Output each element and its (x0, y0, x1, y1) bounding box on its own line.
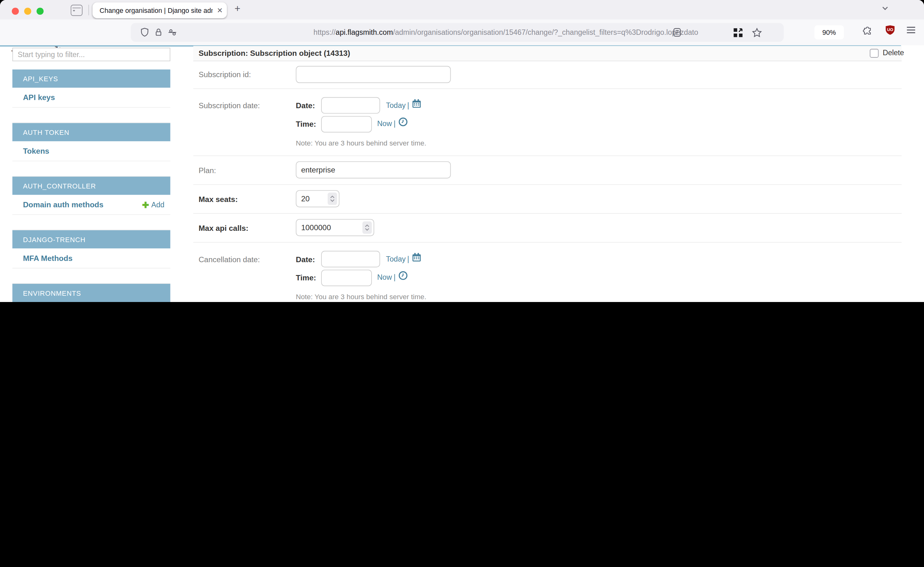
sidebar-section-auth-controller: AUTH_CONTROLLER Domain auth methods ✚Add (12, 177, 170, 230)
sidebar-item-mfa-methods[interactable]: MFA Methods (12, 248, 170, 268)
url-text: https://api.flagsmith.com/admin/organisa… (313, 28, 802, 36)
number-stepper[interactable] (328, 192, 337, 205)
tab-title: Change organisation | Django site adm (99, 7, 212, 14)
date-label: Date: (296, 255, 315, 264)
field-row-cancellation-date: Cancellation date: Date: Today | Time: N… (193, 242, 902, 302)
max-api-calls-label: Max api calls: (199, 224, 248, 232)
timezone-note: Note: You are 3 hours behind server time… (296, 292, 427, 301)
max-seats-input[interactable]: 20 (296, 190, 340, 207)
section-header: ENVIRONMENTS (12, 284, 170, 302)
timezone-note: Note: You are 3 hours behind server time… (296, 139, 427, 147)
section-header: AUTH_CONTROLLER (12, 177, 170, 195)
cancellation-date-date-input[interactable] (321, 251, 380, 267)
time-label: Time: (296, 273, 316, 282)
maximize-window-button[interactable] (36, 8, 44, 15)
field-row-subscription-date: Subscription date: Date: Today | Time: N… (193, 88, 902, 156)
sidebar-toggle-icon[interactable] (71, 5, 83, 16)
number-stepper[interactable] (363, 221, 372, 234)
max-seats-label: Max seats: (199, 195, 238, 204)
extension-grid-icon[interactable] (733, 28, 743, 40)
admin-sidebar: API_KEYS API keys AUTH TOKEN Tokens AUTH… (12, 48, 170, 302)
plus-icon: ✚ (142, 200, 149, 209)
calendar-icon[interactable] (412, 99, 421, 111)
browser-tab[interactable]: Change organisation | Django site adm ✕ (93, 3, 227, 18)
separator: | (407, 101, 409, 110)
today-link[interactable]: Today (386, 255, 406, 263)
today-link[interactable]: Today (386, 101, 406, 110)
field-row-plan: Plan: (193, 156, 902, 185)
calendar-icon[interactable] (412, 252, 421, 264)
date-label: Date: (296, 101, 315, 110)
list-tabs-chevron-icon[interactable] (881, 4, 889, 15)
cancellation-date-label: Cancellation date: (199, 255, 260, 264)
tab-close-icon[interactable]: ✕ (213, 6, 227, 14)
clock-icon[interactable] (398, 117, 408, 129)
section-spacer (12, 215, 170, 230)
section-header: AUTH TOKEN (12, 123, 170, 141)
sidebar-filter-input[interactable] (12, 48, 170, 61)
subscription-date-label: Subscription date: (199, 101, 260, 110)
separator: | (394, 273, 396, 281)
subscription-date-time-input[interactable] (321, 116, 372, 133)
delete-subscription-checkbox[interactable] (870, 49, 879, 58)
delete-label: Delete (883, 49, 904, 57)
lock-icon[interactable] (154, 28, 163, 39)
tracking-protection-shield-icon[interactable] (140, 28, 149, 39)
now-link[interactable]: Now (377, 273, 392, 281)
plan-label: Plan: (199, 166, 216, 175)
sidebar-section-django-trench: DJANGO-TRENCH MFA Methods (12, 230, 170, 284)
svg-text:UO: UO (887, 27, 893, 32)
url-bar[interactable]: https://api.flagsmith.com/admin/organisa… (131, 23, 784, 42)
new-tab-button[interactable]: + (235, 3, 241, 15)
field-row-subscription-id: Subscription id: (193, 60, 902, 89)
inline-header: Subscription: Subscription object (14313… (193, 46, 902, 61)
section-header: API_KEYS (12, 70, 170, 88)
divider (89, 5, 89, 15)
sidebar-item-api-keys[interactable]: API keys (12, 88, 170, 108)
change-form: Subscription: Subscription object (14313… (193, 46, 902, 302)
close-window-button[interactable] (12, 8, 19, 15)
now-link[interactable]: Now (377, 120, 392, 128)
subscription-object-title: Subscription: Subscription object (14313… (199, 49, 350, 58)
add-link[interactable]: ✚Add (142, 200, 164, 209)
section-spacer (12, 161, 170, 177)
extensions-puzzle-icon[interactable] (863, 25, 873, 37)
clock-icon[interactable] (398, 271, 408, 283)
sidebar-section-environments: ENVIRONMENTS Environments (12, 284, 170, 302)
browser-window: Change organisation | Django site adm ✕ … (0, 0, 924, 302)
sidebar-section-auth-token: AUTH TOKEN Tokens (12, 123, 170, 177)
subscription-id-label: Subscription id: (199, 70, 251, 79)
ublock-origin-icon[interactable]: UO (885, 25, 895, 37)
zoom-level-button[interactable]: 90% (814, 26, 844, 39)
minimize-window-button[interactable] (24, 8, 32, 15)
sidebar-item-domain-auth-methods[interactable]: Domain auth methods ✚Add (12, 195, 170, 215)
separator: | (407, 255, 409, 263)
plan-input[interactable] (296, 161, 451, 178)
tab-bar: Change organisation | Django site adm ✕ … (0, 0, 924, 20)
reader-mode-icon[interactable] (673, 28, 681, 39)
permissions-icon[interactable] (168, 28, 178, 39)
separator: | (394, 120, 396, 128)
field-row-max-api-calls: Max api calls: 1000000 (193, 213, 902, 243)
field-row-max-seats: Max seats: 20 (193, 184, 902, 214)
bookmark-star-icon[interactable] (752, 28, 762, 40)
cancellation-date-time-input[interactable] (321, 270, 372, 286)
sidebar-section-api-keys: API_KEYS API keys (12, 70, 170, 123)
sidebar-item-tokens[interactable]: Tokens (12, 141, 170, 162)
max-api-calls-input[interactable]: 1000000 (296, 219, 375, 236)
subscription-date-date-input[interactable] (321, 97, 380, 114)
section-spacer (12, 268, 170, 284)
sidebar-collapse-icon[interactable]: « (3, 302, 8, 302)
time-label: Time: (296, 120, 316, 128)
subscription-id-input[interactable] (296, 66, 451, 83)
menu-hamburger-icon[interactable] (906, 26, 916, 36)
section-header: DJANGO-TRENCH (12, 230, 170, 248)
section-spacer (12, 108, 170, 123)
